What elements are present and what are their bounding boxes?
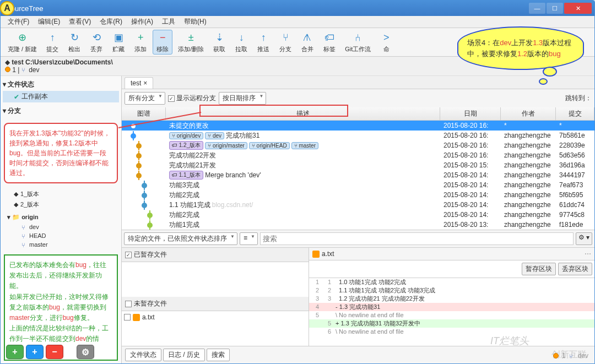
clone-icon: ⊕	[16, 31, 29, 44]
discard-hunk-button[interactable]: 丢弃区块	[558, 263, 592, 275]
toolbar-addremove-button[interactable]: ±添加/删除	[175, 30, 207, 55]
diff-line[interactable]: 6\ No newline at end of file	[309, 328, 594, 336]
close-button[interactable]: ✕	[564, 3, 592, 14]
toolbar-stash-button[interactable]: ▣贮藏	[109, 30, 128, 55]
col-author[interactable]: 作者	[501, 107, 556, 120]
ref-label: ⑂ dev	[205, 132, 224, 139]
tab-search[interactable]: 搜索	[207, 349, 230, 361]
working-copy-item[interactable]: ✔ 工作副本	[3, 91, 119, 102]
commit-row[interactable]: 功能1完成 2015-08-20 13: zhangzhengzhe f181e…	[122, 220, 594, 230]
col-commit[interactable]: 提交	[556, 107, 594, 120]
diff-line[interactable]: 33 1.2 完成功能21 完成功能22开发	[309, 295, 594, 303]
commit-row[interactable]: 未提交的更改 2015-08-20 16: * *	[122, 121, 594, 131]
svg-point-1	[131, 123, 136, 129]
tab-file-status[interactable]: 文件状态	[125, 349, 161, 361]
menu-file[interactable]: 文件(F)	[3, 17, 34, 26]
toolbar-merge-button[interactable]: ⩚合并	[298, 30, 317, 55]
add-icon: +	[134, 31, 147, 44]
ref-label: 🏷 1.2_版本	[169, 141, 203, 150]
col-desc[interactable]: 描述	[166, 107, 440, 120]
svg-point-5	[137, 144, 141, 148]
diff-lines: 11 1.0 功能1完成 功能2完成22 1.1 功能1完成 功能2完成 功能3…	[309, 278, 594, 346]
add-repo-button[interactable]: +	[6, 345, 24, 359]
menu-action[interactable]: 操作(A)	[127, 17, 158, 26]
menu-help[interactable]: 帮助(H)	[180, 17, 211, 26]
ref-label: ⑂ origin/HEAD	[249, 142, 290, 149]
watermark-logo: IT烂笔头	[490, 334, 529, 347]
toolbar-discard-button[interactable]: ⟲丢弃	[86, 30, 106, 55]
commit-row[interactable]: ⑂ origin/dev⑂ dev完成功能31 2015-08-20 16: z…	[122, 131, 594, 140]
unstaged-header[interactable]: 未暂存文件	[122, 297, 309, 311]
menu-repo[interactable]: 仓库(R)	[95, 17, 127, 26]
commit-row[interactable]: 🏷 1.2_版本⑂ origin/master⑂ origin/HEAD⑂ ma…	[122, 140, 594, 150]
maximize-button[interactable]: ☐	[547, 3, 563, 14]
remote-master[interactable]: ⑂ master	[3, 240, 119, 249]
ref-label: 🏷 1.1_版本	[169, 171, 203, 180]
remote-section[interactable]: ▾ 📁 origin	[3, 212, 119, 222]
diff-line[interactable]: 4- 1.3 完成功能31	[309, 303, 594, 311]
branch-filter-dropdown[interactable]: 所有分支	[125, 92, 165, 105]
col-date[interactable]: 日期	[440, 107, 501, 120]
staged-header[interactable]: ✓ 已暂存文件	[122, 248, 309, 262]
show-remote-checkbox[interactable]: ✓ 显示远程分支	[168, 94, 216, 103]
jump-to-label: 跳转到：	[565, 94, 592, 103]
col-graph[interactable]: 图谱	[122, 107, 166, 120]
stage-hunk-button[interactable]: 暂存区块	[522, 263, 556, 275]
diff-more-icon[interactable]: ⋯	[585, 250, 591, 258]
remote-head[interactable]: ⑂ HEAD	[3, 231, 119, 240]
tab-test[interactable]: test ×	[125, 77, 153, 89]
toolbar-add-button[interactable]: +添加	[131, 30, 150, 55]
diff-line[interactable]: 5\ No newline at end of file	[309, 311, 594, 319]
file-sort-dropdown[interactable]: 待定的文件，已依照文件状态排序	[124, 232, 237, 245]
sidebar-tree: ▾ 文件状态 ✔ 工作副本 ▾ 分支	[1, 76, 121, 119]
settings-button[interactable]: ⚙	[77, 345, 94, 359]
remote-dev[interactable]: ⑂ dev	[3, 222, 119, 231]
commit-row[interactable]: 功能2完成 2015-08-20 14: zhangzhengzhe 97745…	[122, 210, 594, 220]
toolbar-commit-button[interactable]: ↑提交	[42, 30, 62, 55]
branch-item-1[interactable]: ◆ 1_版本	[3, 189, 119, 199]
minimize-button[interactable]: —	[529, 3, 545, 14]
toolbar-pull-button[interactable]: ↓拉取	[231, 30, 251, 55]
remove-repo-button[interactable]: −	[46, 345, 63, 359]
file-sort-extra-dropdown[interactable]: ≡	[240, 232, 258, 245]
commit-row[interactable]: 🏷 1.1_版本Merge branch 'dev' 2015-08-20 14…	[122, 170, 594, 180]
commit-row[interactable]: 1.1 功能1完成blog.csdn.net/ 2015-08-20 14: z…	[122, 200, 594, 210]
menu-tool[interactable]: 工具	[158, 17, 180, 26]
branches-section[interactable]: ▾ 分支	[3, 105, 119, 117]
terminal-icon: >	[380, 31, 393, 44]
commit-row[interactable]: 完成功能21开发 2015-08-20 15: zhangzhengzhe 36…	[122, 160, 594, 170]
tab-close-icon[interactable]: ×	[143, 79, 147, 87]
table-header: 图谱 描述 日期 作者 提交	[122, 107, 594, 121]
sort-dropdown[interactable]: 按日期排序	[219, 92, 266, 105]
commit-row[interactable]: 功能3完成 2015-08-20 14: zhangzhengzhe 7eaf6…	[122, 180, 594, 190]
toolbar-remove-button[interactable]: −移除	[153, 30, 172, 55]
menu-edit[interactable]: 编辑(E)	[34, 17, 64, 26]
tab-log-history[interactable]: 日志 / 历史	[163, 349, 205, 361]
toolbar-branch-button[interactable]: ⑂分支	[275, 30, 295, 55]
add-folder-button[interactable]: +	[26, 345, 44, 359]
toolbar-tag-button[interactable]: 🏷标签	[320, 30, 339, 55]
toolbar-checkout-button[interactable]: ↻检出	[64, 30, 84, 55]
commit-row[interactable]: 功能2完成 2015-08-20 14: zhangzhengzhe 5f6b5…	[122, 190, 594, 200]
branch-item-2[interactable]: ◆ 2_版本	[3, 199, 119, 210]
toolbar-clone-button[interactable]: ⊕克隆 / 新建	[4, 30, 40, 55]
gear-button[interactable]: ⚙ ▾	[576, 232, 592, 245]
toolbar-push-button[interactable]: ↑推送	[253, 30, 273, 55]
diff-line[interactable]: 22 1.1 功能1完成 功能2完成 功能3完成	[309, 286, 594, 295]
stash-icon: ▣	[112, 31, 125, 44]
menu-view[interactable]: 查看(V)	[64, 17, 95, 26]
file-item[interactable]: a.txt	[124, 313, 306, 321]
sidebar: ▾ 文件状态 ✔ 工作副本 ▾ 分支 我在开发1.3版本"功能32"的时候，接到…	[1, 76, 122, 363]
commit-row[interactable]: 完成功能22开发 2015-08-20 16: zhangzhengzhe 5d…	[122, 150, 594, 160]
file-status-section[interactable]: ▾ 文件状态	[3, 78, 119, 91]
ref-label: ⑂ origin/master	[205, 142, 247, 149]
status-dot-icon	[553, 353, 559, 358]
search-input[interactable]	[260, 232, 574, 245]
main-content: ▾ 文件状态 ✔ 工作副本 ▾ 分支 我在开发1.3版本"功能32"的时候，接到…	[1, 76, 594, 363]
toolbar-terminal-button[interactable]: >命	[376, 30, 396, 55]
diff-line[interactable]: 5+ 1.3 完成功能31 功能32开发中	[309, 319, 594, 328]
diff-line[interactable]: 11 1.0 功能1完成 功能2完成	[309, 278, 594, 286]
toolbar-gitflow-button[interactable]: ⑃Git工作流	[342, 30, 374, 55]
yellow-callout-text: 场景4：在dev上开发1.3版本过程中，被要求修复1.2版本的bug	[467, 39, 571, 58]
toolbar-fetch-button[interactable]: ⇣获取	[209, 30, 229, 55]
